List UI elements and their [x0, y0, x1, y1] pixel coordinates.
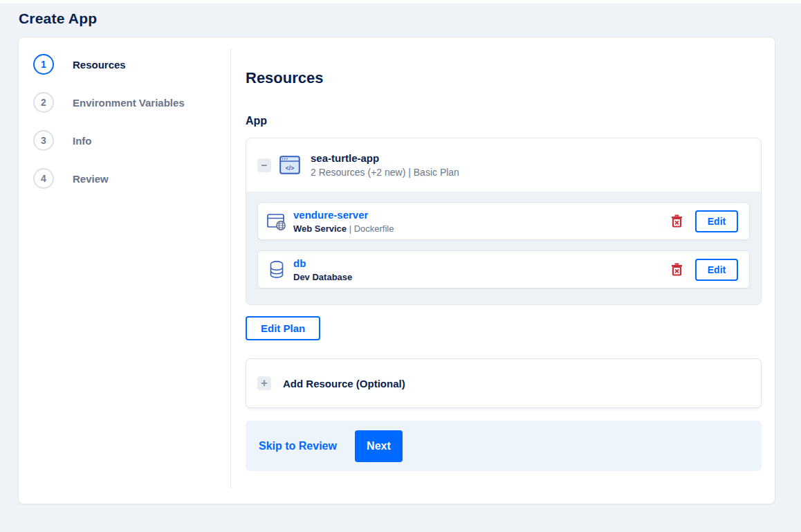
- edit-plan-button[interactable]: Edit Plan: [246, 316, 320, 340]
- step-label: Resources: [73, 59, 126, 71]
- add-resource-button[interactable]: + Add Resource (Optional): [246, 358, 762, 408]
- resource-detail: | Dockerfile: [347, 223, 394, 234]
- collapse-group-button[interactable]: −: [257, 158, 271, 172]
- step-label: Info: [73, 135, 92, 147]
- database-icon: [266, 260, 287, 279]
- step-resources[interactable]: 1 Resources: [33, 54, 231, 75]
- web-service-icon: [266, 212, 287, 231]
- delete-resource-button[interactable]: [670, 213, 684, 229]
- next-button[interactable]: Next: [355, 430, 403, 462]
- step-review[interactable]: 4 Review: [33, 168, 231, 189]
- app-group-header: − </> sea-turtle-app 2 Resources (+2 new…: [246, 138, 761, 192]
- resource-name-link[interactable]: vendure-server: [293, 209, 394, 221]
- step-info[interactable]: 3 Info: [33, 130, 231, 151]
- resource-type: Dev Database: [293, 272, 352, 282]
- top-strip: [0, 0, 801, 3]
- step-environment-variables[interactable]: 2 Environment Variables: [33, 92, 231, 113]
- resource-row-db: db Dev Database: [257, 250, 750, 288]
- app-group-card: − </> sea-turtle-app 2 Resources (+2 new…: [246, 138, 762, 305]
- add-resource-label: Add Resource (Optional): [283, 378, 405, 389]
- resource-titles: vendure-server Web Service | Dockerfile: [293, 209, 394, 234]
- resource-list: vendure-server Web Service | Dockerfile: [246, 192, 761, 304]
- resource-actions: Edit: [670, 210, 738, 232]
- app-name: sea-turtle-app: [311, 152, 459, 164]
- page-title: Create App: [19, 10, 801, 27]
- plus-icon: +: [257, 376, 271, 390]
- resource-subtitle: Web Service | Dockerfile: [293, 223, 394, 234]
- step-number-badge: 1: [33, 54, 54, 75]
- delete-resource-button[interactable]: [670, 262, 684, 277]
- step-label: Review: [73, 173, 109, 185]
- app-section-label: App: [246, 115, 762, 127]
- resource-row-vendure-server: vendure-server Web Service | Dockerfile: [257, 202, 750, 240]
- trash-icon: [671, 263, 683, 276]
- edit-resource-button[interactable]: Edit: [695, 210, 738, 232]
- skip-to-review-link[interactable]: Skip to Review: [259, 440, 337, 452]
- resource-actions: Edit: [670, 259, 738, 281]
- app-window-icon: </>: [279, 156, 300, 174]
- step-number-badge: 3: [33, 130, 54, 151]
- resource-subtitle: Dev Database: [293, 272, 352, 282]
- step-number-badge: 4: [33, 168, 54, 189]
- resource-type: Web Service: [293, 223, 347, 234]
- create-app-wizard-card: 1 Resources 2 Environment Variables 3 In…: [18, 37, 775, 504]
- content-heading: Resources: [246, 69, 762, 87]
- app-group-titles: sea-turtle-app 2 Resources (+2 new) | Ba…: [311, 152, 459, 178]
- wizard-footer: Skip to Review Next: [246, 421, 762, 471]
- resources-step-content: Resources App − </> sea-turtle-app 2: [231, 37, 775, 504]
- svg-text:</>: </>: [286, 165, 294, 172]
- wizard-stepper: 1 Resources 2 Environment Variables 3 In…: [19, 37, 231, 504]
- step-label: Environment Variables: [73, 97, 185, 109]
- resource-titles: db Dev Database: [293, 257, 352, 282]
- app-summary: 2 Resources (+2 new) | Basic Plan: [311, 167, 459, 178]
- edit-resource-button[interactable]: Edit: [695, 259, 738, 281]
- minus-icon: −: [261, 159, 268, 172]
- trash-icon: [671, 214, 683, 228]
- step-number-badge: 2: [33, 92, 54, 113]
- resource-name-link[interactable]: db: [293, 257, 352, 269]
